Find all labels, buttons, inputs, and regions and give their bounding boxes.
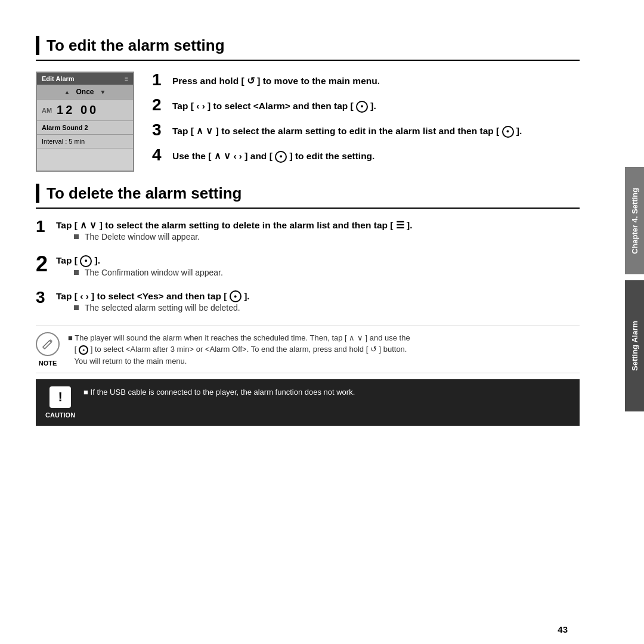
delete-step-1-bullet-text: The Delete window will appear.: [85, 232, 200, 242]
edit-step-1-text: Press and hold [ ↺ ] to move to the main…: [172, 72, 380, 88]
ok-icon-step3: ●: [502, 126, 514, 138]
note-label: NOTE: [36, 360, 60, 367]
edit-step-4-number: 4: [152, 147, 166, 163]
delete-step-1-bullet: The Delete window will appear.: [74, 232, 413, 242]
device-time-display: 12 00: [57, 103, 98, 117]
repeat-arrow-down: ▼: [100, 89, 106, 95]
edit-step-1: 1 Press and hold [ ↺ ] to move to the ma…: [152, 72, 580, 88]
caution-box: ! CAUTION ■ If the USB cable is connecte…: [36, 379, 580, 426]
note-icon: [36, 332, 60, 356]
ok-icon-del-step3: ●: [230, 290, 242, 302]
page-container: To edit the alarm setting Edit Alarm ≡ ▲…: [0, 0, 644, 644]
tab-setting-alarm: Setting Alarm: [625, 280, 644, 411]
main-content: To edit the alarm setting Edit Alarm ≡ ▲…: [0, 0, 609, 644]
delete-step-3-bullet: The selected alarm setting will be delet…: [74, 303, 250, 312]
ok-icon-step2: ●: [356, 101, 368, 113]
ok-icon-note: ●: [79, 345, 88, 355]
delete-step-3: 3 Tap [ ‹ › ] to select <Yes> and then t…: [36, 289, 580, 316]
delete-step-2-content: Tap [ ● ]. The Confirmation window will …: [56, 253, 223, 280]
delete-step-1: 1 Tap [ ∧ ∨ ] to select the alarm settin…: [36, 218, 580, 245]
edit-section-heading: To edit the alarm setting: [36, 36, 580, 61]
edit-step-3: 3 Tap [ ∧ ∨ ] to select the alarm settin…: [152, 122, 580, 138]
device-header: Edit Alarm ≡: [37, 73, 133, 85]
device-header-title: Edit Alarm: [42, 75, 75, 82]
delete-step-2: 2 Tap [ ● ]. The Confirmation window wil…: [36, 253, 580, 280]
caution-text: ■ If the USB cable is connected to the p…: [83, 386, 570, 398]
device-header-icon: ≡: [125, 76, 128, 82]
note-line-1: ■ The player will sound the alarm when i…: [68, 332, 410, 344]
edit-step-2-text: Tap [ ‹ › ] to select <Alarm> and then t…: [172, 97, 376, 113]
device-repeat-row: ▲ Once ▼: [37, 85, 133, 99]
heading-bar-delete: [36, 184, 39, 203]
repeat-arrow-up: ▲: [64, 89, 70, 95]
ok-icon-del-step2: ●: [80, 255, 92, 267]
delete-section-heading: To delete the alarm setting: [36, 184, 580, 209]
delete-step-2-text: Tap [ ● ].: [56, 253, 100, 265]
delete-section: To delete the alarm setting 1 Tap [ ∧ ∨ …: [36, 184, 580, 316]
edit-step-4-text: Use the [ ∧ ∨ ‹ › ] and [ ● ] to edit th…: [172, 147, 374, 163]
bullet-square-3: [74, 305, 79, 310]
device-am-label: AM: [42, 107, 52, 114]
delete-heading-text: To delete the alarm setting: [47, 184, 242, 203]
edit-step-4: 4 Use the [ ∧ ∨ ‹ › ] and [ ● ] to edit …: [152, 147, 580, 163]
delete-step-2-bullet-text: The Confirmation window will appear.: [85, 268, 223, 277]
page-number: 43: [558, 624, 568, 634]
caution-icon: !: [49, 386, 71, 408]
delete-step-3-text: Tap [ ‹ › ] to select <Yes> and then tap…: [56, 289, 250, 301]
device-mockup: Edit Alarm ≡ ▲ Once ▼ AM 12 00 Alarm Sou…: [36, 72, 134, 172]
ok-icon-step4: ●: [275, 151, 287, 163]
delete-step-3-content: Tap [ ‹ › ] to select <Yes> and then tap…: [56, 289, 250, 316]
device-interval: Interval : 5 min: [37, 135, 133, 148]
caution-label: CAUTION: [45, 411, 75, 419]
delete-step-2-bullet: The Confirmation window will appear.: [74, 268, 223, 277]
delete-step-1-text: Tap [ ∧ ∨ ] to select the alarm setting …: [56, 218, 413, 230]
right-sidebar: Chapter 4. Setting Setting Alarm: [609, 0, 644, 644]
device-time-row: AM 12 00: [37, 99, 133, 121]
note-line-3: You will return to the main menu.: [68, 355, 410, 367]
bullet-square-1: [74, 234, 79, 239]
device-alarm-sound: Alarm Sound 2: [37, 121, 133, 135]
delete-step-3-number: 3: [36, 289, 50, 306]
edit-heading-text: To edit the alarm setting: [47, 36, 225, 55]
caution-exclamation: !: [58, 389, 62, 405]
delete-step-1-number: 1: [36, 218, 50, 235]
delete-step-2-number: 2: [36, 253, 50, 275]
heading-bar-edit: [36, 36, 39, 55]
edit-step-2-number: 2: [152, 97, 166, 113]
edit-step-1-number: 1: [152, 72, 166, 88]
delete-step-1-content: Tap [ ∧ ∨ ] to select the alarm setting …: [56, 218, 413, 245]
bullet-square-2: [74, 270, 79, 275]
note-line-2: [ ● ] to select <Alarm after 3 min> or <…: [68, 343, 410, 355]
delete-step-3-bullet-text: The selected alarm setting will be delet…: [85, 303, 240, 312]
edit-step-3-text: Tap [ ∧ ∨ ] to select the alarm setting …: [172, 122, 522, 138]
pencil-icon: [41, 338, 54, 351]
note-box: NOTE ■ The player will sound the alarm w…: [36, 326, 580, 374]
device-repeat-value: Once: [76, 88, 94, 96]
edit-alarm-body: Edit Alarm ≡ ▲ Once ▼ AM 12 00 Alarm Sou…: [36, 72, 580, 172]
edit-steps-container: 1 Press and hold [ ↺ ] to move to the ma…: [152, 72, 580, 172]
tab-chapter: Chapter 4. Setting: [625, 167, 644, 274]
note-text-block: ■ The player will sound the alarm when i…: [68, 332, 410, 367]
edit-step-3-number: 3: [152, 122, 166, 138]
edit-step-2: 2 Tap [ ‹ › ] to select <Alarm> and then…: [152, 97, 580, 113]
